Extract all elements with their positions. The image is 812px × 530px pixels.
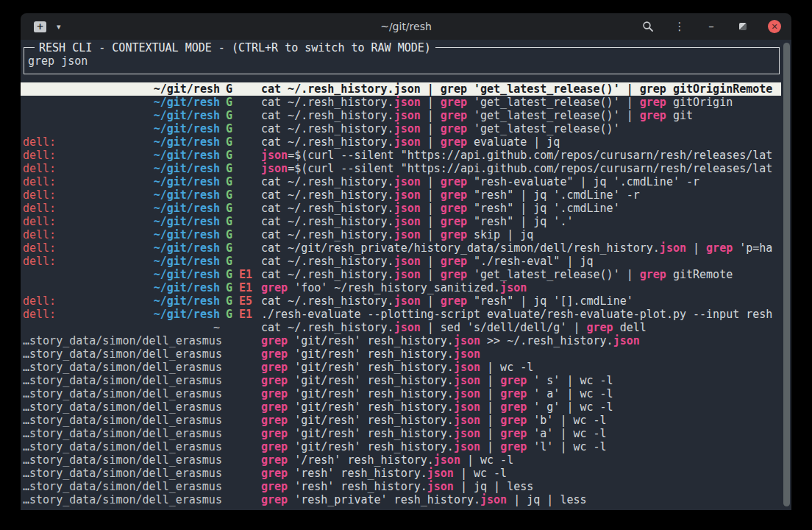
- path-label: ~/git/resh: [154, 215, 220, 228]
- search-button[interactable]: [641, 20, 655, 33]
- command-text: cat ~/.resh_history.json | grep "resh" |…: [261, 188, 781, 202]
- history-row[interactable]: …story_data/simon/dell_erasmusgrep 'resh…: [21, 480, 781, 493]
- flags: [220, 387, 261, 400]
- flag-G: G: [226, 268, 232, 281]
- path-label: ~/git/resh: [154, 96, 220, 109]
- flag-G: G: [226, 149, 232, 162]
- flags: [220, 400, 261, 414]
- history-row[interactable]: …story_data/simon/dell_erasmusgrep 'git/…: [21, 387, 781, 400]
- history-row[interactable]: ~/git/reshG E1cat ~/.resh_history.json |…: [21, 268, 781, 281]
- command-text: grep 'git/resh' resh_history.json | grep…: [261, 414, 781, 427]
- command-text: cat ~/.resh_history.json | grep "resh" |…: [261, 202, 781, 215]
- minimize-button[interactable]: –: [705, 20, 718, 33]
- history-row[interactable]: …story_data/simon/dell_erasmusgrep 'git/…: [21, 334, 781, 347]
- flags: [220, 347, 261, 361]
- history-row[interactable]: …story_data/simon/dell_erasmusgrep '/res…: [21, 453, 781, 467]
- flag-G: G: [226, 202, 232, 215]
- scrollbar-thumb[interactable]: [783, 43, 790, 506]
- flag-E1: E1: [239, 268, 252, 281]
- flag-G: G: [226, 294, 232, 308]
- host-label: dell:: [23, 241, 56, 255]
- terminal-content: RESH CLI - CONTEXTUAL MODE - (CTRL+R to …: [21, 40, 791, 510]
- command-text: grep 'git/resh' resh_history.json | grep…: [261, 440, 781, 453]
- history-row[interactable]: …story_data/simon/dell_erasmusgrep 'git/…: [21, 361, 781, 374]
- path-label: ~/git/resh: [154, 268, 220, 281]
- flags: [220, 361, 261, 374]
- resh-query-box: RESH CLI - CONTEXTUAL MODE - (CTRL+R to …: [24, 47, 780, 74]
- scrollbar[interactable]: [783, 43, 790, 506]
- flag-G: G: [226, 228, 232, 241]
- path-label: …story_data/simon/dell_erasmus: [23, 400, 222, 414]
- history-row[interactable]: dell:~/git/reshGjson=$(curl --silent "ht…: [21, 162, 781, 175]
- history-row[interactable]: dell:~/git/reshG E1./resh-evaluate --plo…: [21, 308, 781, 321]
- history-row[interactable]: ~/git/reshGcat ~/.resh_history.json | gr…: [21, 82, 781, 96]
- history-row[interactable]: …story_data/simon/dell_erasmusgrep 'resh…: [21, 467, 781, 480]
- menu-button[interactable]: ⋮: [673, 20, 686, 33]
- path-label: ~/git/resh: [154, 202, 220, 215]
- restore-button[interactable]: [736, 20, 749, 33]
- flag-G: G: [226, 175, 232, 188]
- new-tab-button[interactable]: +: [34, 21, 46, 32]
- history-row[interactable]: dell:~/git/reshG E5cat ~/.resh_history.j…: [21, 294, 781, 308]
- flags: G: [220, 255, 261, 268]
- history-row[interactable]: dell:~/git/reshGcat ~/.resh_history.json…: [21, 255, 781, 268]
- path-label: …story_data/simon/dell_erasmus: [23, 361, 222, 374]
- history-row[interactable]: ~/git/reshG E1grep 'foo' ~/resh_history_…: [21, 281, 781, 294]
- flag-G: G: [226, 281, 232, 294]
- chevron-down-icon[interactable]: ▾: [57, 22, 61, 32]
- flag-E1: E1: [239, 308, 252, 321]
- flag-E1: E1: [239, 281, 252, 294]
- history-row[interactable]: ~/git/reshGcat ~/.resh_history.json | gr…: [21, 109, 781, 122]
- close-button[interactable]: ✕: [768, 20, 781, 33]
- command-text: grep 'git/resh' resh_history.json: [261, 347, 781, 361]
- history-row[interactable]: dell:~/git/reshGcat ~/git/resh_private/h…: [21, 241, 781, 255]
- minimize-icon: –: [708, 20, 714, 33]
- path-label: …story_data/simon/dell_erasmus: [23, 387, 222, 400]
- flags: G: [220, 162, 261, 175]
- flags: G E5: [220, 294, 261, 308]
- history-row[interactable]: ~/git/reshGcat ~/.resh_history.json | gr…: [21, 122, 781, 135]
- path-label: ~/git/resh: [154, 82, 220, 96]
- flags: G: [220, 135, 261, 149]
- command-text: grep 'git/resh' resh_history.json | wc -…: [261, 361, 781, 374]
- history-row[interactable]: ~/git/reshGcat ~/.resh_history.json | gr…: [21, 96, 781, 109]
- path-label: ~/git/resh: [154, 162, 220, 175]
- command-text: cat ~/.resh_history.json | grep 'get_lat…: [261, 268, 781, 281]
- history-row[interactable]: dell:~/git/reshGcat ~/.resh_history.json…: [21, 202, 781, 215]
- flags: G E1: [220, 281, 261, 294]
- history-row[interactable]: …story_data/simon/dell_erasmusgrep 'git/…: [21, 400, 781, 414]
- host-label: dell:: [23, 149, 56, 162]
- history-row[interactable]: …story_data/simon/dell_erasmusgrep 'git/…: [21, 374, 781, 387]
- path-label: …story_data/simon/dell_erasmus: [23, 427, 222, 440]
- history-row[interactable]: dell:~/git/reshGcat ~/.resh_history.json…: [21, 188, 781, 202]
- flag-G: G: [226, 215, 232, 228]
- host-label: dell:: [23, 294, 56, 308]
- host-label: dell:: [23, 215, 56, 228]
- flags: G: [220, 202, 261, 215]
- history-row[interactable]: ~cat ~/.resh_history.json | sed 's/dell/…: [21, 321, 781, 334]
- path-label: …story_data/simon/dell_erasmus: [23, 347, 222, 361]
- history-row[interactable]: …story_data/simon/dell_erasmusgrep 'git/…: [21, 440, 781, 453]
- history-row[interactable]: dell:~/git/reshGcat ~/.resh_history.json…: [21, 215, 781, 228]
- history-row[interactable]: dell:~/git/reshGcat ~/.resh_history.json…: [21, 175, 781, 188]
- history-row[interactable]: …story_data/simon/dell_erasmusgrep 'git/…: [21, 427, 781, 440]
- path-label: …story_data/simon/dell_erasmus: [23, 440, 222, 453]
- history-row[interactable]: …story_data/simon/dell_erasmusgrep 'resh…: [21, 493, 781, 506]
- host-label: dell:: [23, 175, 56, 188]
- command-text: grep 'git/resh' resh_history.json | grep…: [261, 387, 781, 400]
- path-label: ~/git/resh: [154, 149, 220, 162]
- path-label: ~/git/resh: [154, 281, 220, 294]
- history-row[interactable]: …story_data/simon/dell_erasmusgrep 'git/…: [21, 414, 781, 427]
- flags: [220, 427, 261, 440]
- command-text: grep 'git/resh' resh_history.json >> ~/.…: [261, 334, 781, 347]
- history-row[interactable]: …story_data/simon/dell_erasmusgrep 'git/…: [21, 347, 781, 361]
- history-row[interactable]: dell:~/git/reshGcat ~/.resh_history.json…: [21, 228, 781, 241]
- history-row[interactable]: dell:~/git/reshGcat ~/.resh_history.json…: [21, 135, 781, 149]
- flag-G: G: [226, 122, 232, 135]
- host-label: dell:: [23, 202, 56, 215]
- command-text: cat ~/.resh_history.json | grep skip | j…: [261, 228, 781, 241]
- kebab-menu-icon: ⋮: [674, 20, 685, 33]
- command-text: json=$(curl --silent "https://api.github…: [261, 162, 781, 175]
- history-row[interactable]: dell:~/git/reshGjson=$(curl --silent "ht…: [21, 149, 781, 162]
- host-label: dell:: [23, 308, 56, 321]
